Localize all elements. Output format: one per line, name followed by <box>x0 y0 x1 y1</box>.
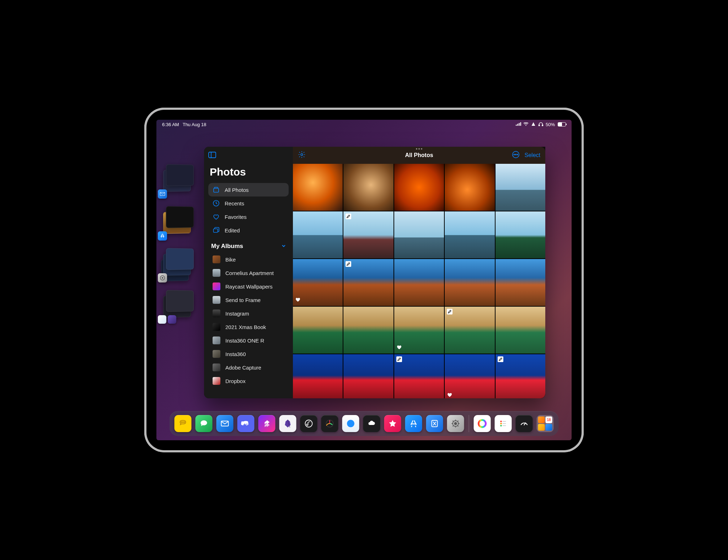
dock-app-reminders[interactable] <box>495 415 512 432</box>
dock-app-gauge[interactable] <box>516 415 533 432</box>
album-item-bike[interactable]: Bike <box>208 253 289 266</box>
photo-thumbnail[interactable] <box>445 164 494 211</box>
sidebar-item-favorites[interactable]: Favorites <box>208 210 289 224</box>
photo-thumbnail[interactable] <box>293 211 343 258</box>
svg-point-4 <box>525 125 526 125</box>
layers-icon <box>213 227 220 234</box>
album-item-dropbox[interactable]: Dropbox <box>208 374 289 388</box>
album-label: Insta360 <box>225 351 246 357</box>
airplay-icon <box>531 122 536 127</box>
dock-app-activity[interactable] <box>321 415 338 432</box>
dock-separator <box>469 415 469 432</box>
appstore-app-icon <box>158 231 167 241</box>
sidebar-item-recents[interactable]: Recents <box>208 196 289 210</box>
dock-app-star[interactable] <box>384 415 401 432</box>
heart-icon <box>213 213 220 220</box>
photo-thumbnail[interactable] <box>496 354 545 398</box>
photo-thumbnail[interactable] <box>445 354 494 398</box>
edited-badge-icon <box>498 356 503 362</box>
settings-app-icon <box>158 273 167 282</box>
edited-badge-icon <box>346 214 351 219</box>
dock-app-xcode[interactable] <box>426 415 443 432</box>
photo-thumbnail[interactable] <box>496 259 545 306</box>
photo-thumbnail[interactable] <box>293 307 343 354</box>
photo-thumbnail[interactable] <box>445 259 494 306</box>
favorite-heart-icon <box>447 392 453 398</box>
album-label: Instagram <box>225 311 249 317</box>
dock-app-obsidian[interactable] <box>279 415 296 432</box>
sidebar-item-label: Recents <box>225 200 244 206</box>
svg-point-19 <box>181 422 182 422</box>
photo-thumbnail[interactable] <box>394 164 444 211</box>
svg-rect-9 <box>209 152 216 158</box>
album-item-cornelius-apartment[interactable]: Cornelius Apartment <box>208 266 289 280</box>
dock-app-appstore[interactable] <box>405 415 422 432</box>
select-button[interactable]: Select <box>525 152 540 158</box>
favorite-heart-icon <box>396 344 402 351</box>
content-title: All Photos <box>405 152 433 158</box>
dock-app-mail[interactable] <box>216 415 234 432</box>
stage-group-3[interactable] <box>158 246 196 281</box>
photo-thumbnail[interactable] <box>293 259 343 306</box>
sidebar-item-edited[interactable]: Edited <box>208 224 289 237</box>
battery-percent: 50% <box>546 122 555 127</box>
stage-group-2[interactable] <box>158 204 196 239</box>
photo-thumbnail[interactable] <box>293 354 343 398</box>
photo-thumbnail[interactable] <box>496 164 545 211</box>
ipad-screen: 6:36 AM Thu Aug 18 50% <box>156 120 572 440</box>
dock-app-craft[interactable] <box>175 415 192 432</box>
photo-thumbnail[interactable] <box>496 211 545 258</box>
photo-thumbnail[interactable] <box>343 211 393 258</box>
sidebar-item-all-photos[interactable]: All Photos <box>208 183 289 196</box>
svg-point-14 <box>301 154 303 156</box>
wifi-icon <box>523 122 529 127</box>
album-item-insta360-one-r[interactable]: Insta360 ONE R <box>208 334 289 347</box>
album-item-instagram[interactable]: Instagram <box>208 307 289 320</box>
photo-thumbnail[interactable] <box>496 307 545 354</box>
dock-app-shortcuts[interactable] <box>258 415 275 432</box>
status-date: Thu Aug 18 <box>183 122 207 127</box>
window-grab-handle[interactable] <box>416 148 422 150</box>
gear-button[interactable] <box>298 151 306 160</box>
dock-app-music[interactable] <box>300 415 317 432</box>
photo-thumbnail[interactable] <box>445 211 494 258</box>
photo-thumbnail[interactable] <box>343 259 393 306</box>
svg-rect-1 <box>517 124 518 126</box>
chevron-down-icon <box>282 243 286 249</box>
photo-thumbnail[interactable] <box>445 307 494 354</box>
albums-section-header[interactable]: My Albums <box>208 237 289 253</box>
dock-app-color[interactable] <box>474 415 491 432</box>
dock-app-settings[interactable] <box>447 415 464 432</box>
photo-thumbnail[interactable] <box>293 164 343 211</box>
svg-rect-13 <box>214 229 218 232</box>
headphones-icon <box>538 122 544 127</box>
status-time: 6:36 AM <box>162 122 179 127</box>
dock-app-messages[interactable] <box>196 415 213 432</box>
sidebar-toggle-button[interactable] <box>208 152 218 160</box>
dock-recent-apps[interactable]: 18 <box>537 415 554 432</box>
album-label: Cornelius Apartment <box>225 270 274 276</box>
safari-obsidian-pair-icon <box>158 315 176 324</box>
photo-thumbnail[interactable] <box>394 354 444 398</box>
svg-point-20 <box>183 422 183 422</box>
album-item-send-to-frame[interactable]: Send to Frame <box>208 293 289 307</box>
svg-rect-34 <box>503 421 506 422</box>
stage-group-1[interactable] <box>158 162 196 197</box>
dock-app-discord[interactable] <box>237 415 255 432</box>
photo-thumbnail[interactable] <box>343 164 393 211</box>
dock-app-safari[interactable] <box>342 415 359 432</box>
album-item-insta360[interactable]: Insta360 <box>208 347 289 361</box>
album-item-adobe-capture[interactable]: Adobe Capture <box>208 361 289 374</box>
photo-thumbnail[interactable] <box>343 307 393 354</box>
album-item-2021-xmas-book[interactable]: 2021 Xmas Book <box>208 320 289 334</box>
album-item-raycast-wallpapers[interactable]: Raycast Wallpapers <box>208 280 289 293</box>
svg-point-31 <box>500 421 502 422</box>
photo-thumbnail[interactable] <box>343 354 393 398</box>
photo-thumbnail[interactable] <box>394 259 444 306</box>
stage-group-4[interactable] <box>158 288 196 323</box>
dock-app-icloud[interactable] <box>363 415 380 432</box>
sidebar-item-label: All Photos <box>225 187 249 193</box>
photo-thumbnail[interactable] <box>394 211 444 258</box>
photo-thumbnail[interactable] <box>394 307 444 354</box>
more-button[interactable] <box>512 151 520 160</box>
